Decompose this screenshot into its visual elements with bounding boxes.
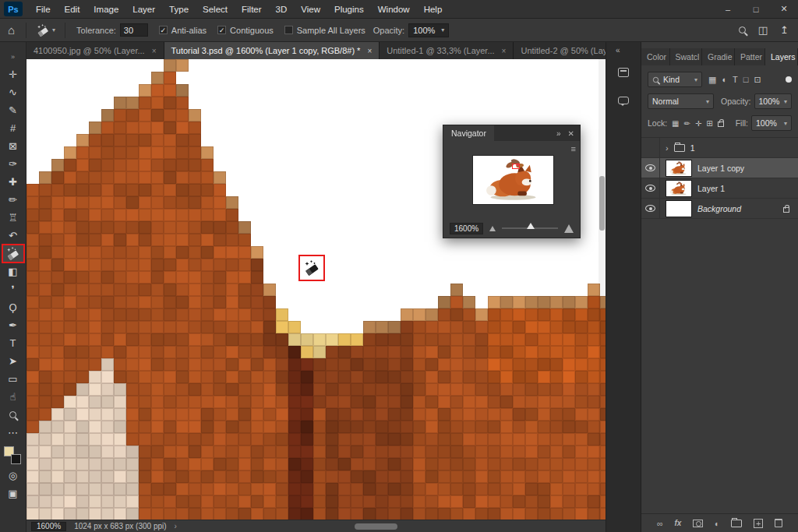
lasso-tool[interactable]: ∿: [2, 83, 24, 101]
new-layer-icon[interactable]: [754, 519, 763, 528]
close-panel-icon[interactable]: ✕: [568, 129, 574, 138]
layer-row-1[interactable]: ›1: [641, 138, 798, 158]
shape-layer-filter-icon[interactable]: □: [743, 75, 749, 84]
brush-tool[interactable]: ✏: [2, 191, 24, 209]
comments-icon-button[interactable]: [613, 90, 634, 111]
navigator-titlebar[interactable]: Navigator » ✕: [443, 125, 580, 141]
type-tool[interactable]: T: [2, 334, 24, 352]
lock-transparency-icon[interactable]: ▦: [672, 119, 679, 128]
color-swatches[interactable]: [4, 446, 23, 467]
checkbox-contiguous[interactable]: ✓: [217, 26, 226, 34]
document-tab-3[interactable]: Untitled-1 @ 33,3% (Layer...×: [380, 42, 514, 59]
group-chevron-icon[interactable]: ›: [666, 143, 669, 153]
search-icon[interactable]: [739, 26, 746, 33]
tab-close-icon[interactable]: ×: [152, 47, 157, 55]
visibility-toggle[interactable]: [641, 138, 660, 157]
lock-artboard-icon[interactable]: ⊞: [706, 119, 712, 128]
rectangle-tool[interactable]: ▭: [2, 370, 24, 388]
document-tab-2[interactable]: Tutorial 3.psd @ 1600% (Layer 1 copy, RG…: [164, 42, 380, 59]
new-group-icon[interactable]: [731, 520, 742, 527]
close-button[interactable]: ✕: [770, 0, 798, 18]
blend-mode-dropdown[interactable]: Normal ▾: [648, 93, 714, 109]
tolerance-input[interactable]: [120, 23, 148, 37]
menu-window[interactable]: Window: [371, 0, 417, 18]
navigator-thumbnail[interactable]: [472, 155, 554, 205]
layer-effects-icon[interactable]: fx: [674, 519, 681, 527]
zoom-level-field[interactable]: 1600%: [31, 522, 66, 531]
visibility-toggle[interactable]: [641, 178, 660, 198]
menu-view[interactable]: View: [294, 0, 327, 18]
background-color-swatch[interactable]: [11, 454, 21, 464]
document-tab-1[interactable]: 4100950.jpg @ 50% (Layer...×: [26, 42, 164, 59]
home-icon[interactable]: ⌂: [0, 23, 23, 37]
expand-toolbar-button[interactable]: »: [11, 53, 15, 65]
maximize-button[interactable]: □: [742, 0, 770, 18]
menu-filter[interactable]: Filter: [235, 0, 269, 18]
panel-tab-color[interactable]: Color: [641, 48, 670, 65]
layer-row-background[interactable]: Background: [641, 199, 798, 219]
pixel-layer-filter-icon[interactable]: ▦: [708, 75, 716, 85]
menu-plugins[interactable]: Plugins: [327, 0, 371, 18]
zoom-out-icon[interactable]: [489, 226, 496, 231]
quick-selection-tool[interactable]: ✎: [2, 101, 24, 119]
share-icon[interactable]: ↥: [780, 24, 789, 36]
layer-opacity-dropdown[interactable]: 100% ▾: [754, 93, 793, 109]
menu-help[interactable]: Help: [417, 0, 450, 18]
layer-thumbnail[interactable]: [666, 160, 692, 177]
menu-edit[interactable]: Edit: [58, 0, 87, 18]
quick-mask-button[interactable]: ◎: [2, 467, 24, 484]
screen-mode-button[interactable]: ▣: [2, 484, 24, 502]
path-selection-tool[interactable]: ➤: [2, 352, 24, 370]
layer-row-layer-1-copy[interactable]: Layer 1 copy: [641, 158, 798, 178]
pen-tool[interactable]: ✒: [2, 316, 24, 334]
menu-image[interactable]: Image: [87, 0, 125, 18]
menu-type[interactable]: Type: [162, 0, 196, 18]
gradient-tool[interactable]: ◧: [2, 262, 24, 280]
checkbox-anti-alias[interactable]: ✓: [159, 26, 168, 34]
zoom-tool[interactable]: [2, 406, 24, 424]
document-tab-4[interactable]: Untitled-2 @ 50% (Layer 1,...×: [514, 42, 614, 59]
type-layer-filter-icon[interactable]: T: [733, 75, 738, 84]
visibility-toggle[interactable]: [641, 158, 660, 178]
collapse-panel-icon[interactable]: »: [556, 129, 561, 138]
panel-stack-icon-button[interactable]: [613, 62, 634, 83]
fill-dropdown[interactable]: 100% ▾: [751, 115, 792, 131]
adjustment-layer-icon[interactable]: ◐: [715, 519, 719, 528]
horizontal-scrollbar-handle[interactable]: [355, 523, 397, 530]
tab-close-icon[interactable]: ×: [367, 47, 372, 55]
visibility-toggle[interactable]: [641, 199, 660, 218]
layer-thumbnail[interactable]: [666, 200, 692, 217]
healing-brush-tool[interactable]: ✚: [2, 173, 24, 191]
vertical-scrollbar[interactable]: [598, 59, 606, 520]
panel-tab-layers[interactable]: Layers: [765, 48, 798, 65]
layer-row-layer-1[interactable]: Layer 1: [641, 178, 798, 199]
lock-all-icon[interactable]: [718, 122, 724, 127]
history-brush-tool[interactable]: ↶: [2, 227, 24, 245]
layer-mask-icon[interactable]: [693, 520, 703, 527]
minimize-button[interactable]: –: [714, 0, 742, 18]
smart-object-filter-icon[interactable]: ⊡: [754, 75, 761, 85]
panel-tab-gradie[interactable]: Gradie: [702, 48, 735, 65]
adjustment-layer-filter-icon[interactable]: ◐: [722, 75, 727, 84]
link-layers-icon[interactable]: ∞: [657, 519, 663, 528]
delete-layer-icon[interactable]: [775, 519, 782, 527]
navigator-tab[interactable]: Navigator: [443, 125, 494, 141]
status-chevron-icon[interactable]: ›: [175, 522, 177, 530]
more-tools[interactable]: ⋯: [2, 424, 24, 442]
lock-image-icon[interactable]: ✏: [684, 119, 690, 128]
tool-preset-dropdown[interactable]: ▾: [30, 23, 62, 37]
workspace-switcher-icon[interactable]: ◫: [758, 24, 768, 36]
eyedropper-tool[interactable]: ✑: [2, 155, 24, 173]
menu-select[interactable]: Select: [196, 0, 235, 18]
photoshop-logo[interactable]: Ps: [4, 2, 23, 16]
hand-tool[interactable]: ☝: [2, 388, 24, 406]
comments-icon[interactable]: [618, 97, 629, 104]
crop-tool[interactable]: #: [2, 119, 24, 137]
navigator-zoom-field[interactable]: 1600%: [450, 223, 483, 234]
dodge-tool[interactable]: Ϙ: [2, 298, 24, 316]
clone-stamp-tool[interactable]: ♖: [2, 209, 24, 227]
menu-file[interactable]: File: [29, 0, 58, 18]
blur-tool[interactable]: ❜: [2, 280, 24, 298]
zoom-in-icon[interactable]: [564, 224, 574, 233]
zoom-slider[interactable]: [502, 227, 558, 229]
